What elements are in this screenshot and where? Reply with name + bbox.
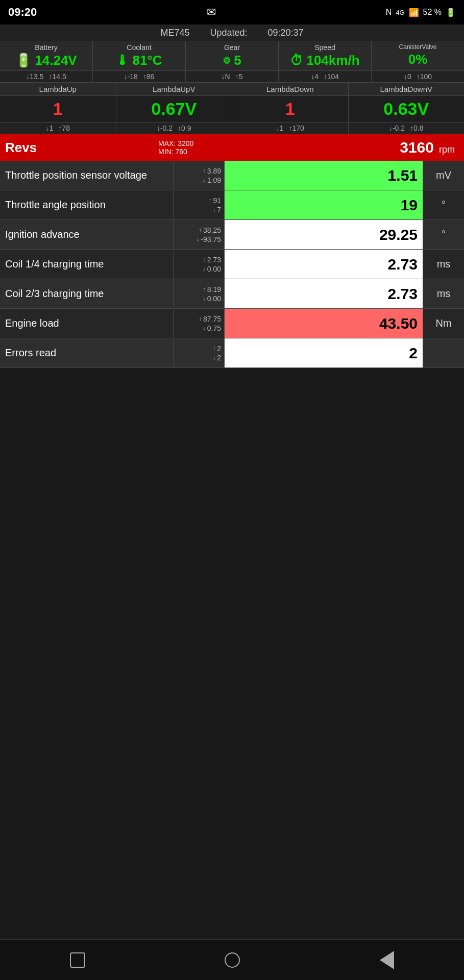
coolant-icon-gauge: 🌡	[116, 53, 129, 68]
lambda-downv-min: ↓-0.2	[389, 124, 405, 132]
gauge-coolant: Coolant 🌡 81°C	[93, 41, 186, 70]
lambda-down-min: ↓1	[276, 124, 284, 132]
nav-menu-button[interactable]	[372, 950, 402, 970]
data-param-value: 29.25	[225, 220, 423, 249]
data-param-min: ↓ 2	[212, 354, 221, 362]
down-arrow-icon: ↓	[212, 354, 215, 361]
up-arrow-icon: ↑	[203, 167, 206, 175]
data-param-unit: Nm	[423, 309, 464, 338]
nav-triangle-icon	[380, 951, 394, 969]
nfc-icon: N	[386, 8, 392, 17]
nav-home-button[interactable]	[217, 950, 248, 970]
revs-unit: rpm	[439, 144, 455, 156]
battery-icon: 🔋	[446, 8, 456, 17]
updated-label: Updated:	[210, 28, 247, 38]
data-param-unit: °	[423, 220, 464, 249]
down-arrow-icon: ↓	[196, 236, 199, 243]
up-arrow-icon: ↑	[208, 197, 211, 204]
gauge-row: Battery 🔋 14.24V Coolant 🌡 81°C Gear ⚙ 5…	[0, 41, 464, 71]
lambda-downv-value: 0.63V	[349, 96, 465, 122]
data-param-value: 19	[225, 190, 423, 219]
gear-icon-gauge: ⚙	[223, 55, 231, 66]
data-param-unit: °	[423, 190, 464, 219]
lambda-down-header: LambdaDown	[232, 83, 349, 95]
data-param-minmax: ↑ 3.89 ↓ 1.09	[174, 161, 225, 190]
gauge-battery-label: Battery	[35, 43, 57, 52]
header-info: ME745 Updated: 09:20:37	[0, 24, 464, 41]
battery-max: ↑14.5	[49, 72, 66, 81]
data-param-minmax: ↑ 38.25 ↓ -93.75	[174, 220, 225, 249]
signal-bars-icon: 📶	[409, 8, 419, 17]
data-param-min: ↓ 7	[212, 206, 221, 214]
data-param-minmax: ↑ 2.73 ↓ 0.00	[174, 250, 225, 279]
gauge-canister-value: 0%	[408, 52, 428, 67]
battery-icon-gauge: 🔋	[15, 53, 32, 68]
up-arrow-icon: ↑	[199, 315, 202, 323]
data-param-min: ↓ 1.09	[203, 176, 221, 184]
down-arrow-icon: ↓	[203, 177, 206, 184]
gauge-minmax-row: ↓13.5 ↑14.5 ↓-18 ↑86 ↓N ↑5 ↓4 ↑104 ↓0 ↑1…	[0, 71, 464, 83]
gauge-battery-value: 🔋 14.24V	[15, 53, 77, 68]
gauge-speed: Speed ⏱ 104km/h	[279, 41, 372, 70]
data-param-minmax: ↑ 87.75 ↓ 0.75	[174, 309, 225, 338]
speed-icon-gauge: ⏱	[290, 53, 303, 68]
data-param-name: Throttle angle position	[0, 190, 174, 219]
lambda-up-header: LambdaUp	[0, 83, 116, 95]
data-param-name: Coil 1/4 charging time	[0, 250, 174, 279]
revs-row: Revs MAX: 3200 MIN: 760 3160 rpm	[0, 134, 464, 161]
lambda-up-value: 1	[0, 96, 116, 122]
status-time: 09:20	[8, 6, 37, 19]
data-param-max: ↑ 2.73	[203, 256, 221, 264]
data-param-unit: mV	[423, 161, 464, 190]
signal-4g-icon: 4G	[396, 9, 404, 16]
lambda-minmax-row: ↓1 ↑78 ↓-0.2 ↑0.9 ↓1 ↑170 ↓-0.2 ↑0.8	[0, 122, 464, 134]
canister-min: ↓0	[404, 72, 411, 81]
gauge-gear: Gear ⚙ 5	[186, 41, 279, 70]
data-param-min: ↓ -93.75	[196, 235, 221, 243]
lambda-value-row: 1 0.67V 1 0.63V	[0, 96, 464, 122]
down-arrow-icon: ↓	[212, 206, 215, 213]
table-row: Throttle position sensor voltage ↑ 3.89 …	[0, 161, 464, 190]
data-param-value: 2.73	[225, 279, 423, 308]
device-name: ME745	[160, 28, 189, 38]
down-arrow-icon: ↓	[203, 265, 206, 273]
data-param-value: 2	[225, 338, 423, 368]
lambda-up-max: ↑78	[58, 124, 70, 132]
speed-minmax: ↓4 ↑104	[279, 71, 372, 82]
data-param-min: ↓ 0.00	[203, 265, 221, 273]
lambda-down-value: 1	[232, 96, 349, 122]
gauge-battery: Battery 🔋 14.24V	[0, 41, 93, 70]
lambda-upv-value: 0.67V	[116, 96, 233, 122]
data-param-minmax: ↑ 8.19 ↓ 0.00	[174, 279, 225, 308]
data-rows-container: Throttle position sensor voltage ↑ 3.89 …	[0, 161, 464, 368]
battery-percent: 52 %	[423, 8, 442, 17]
coolant-minmax: ↓-18 ↑86	[93, 71, 186, 82]
revs-label: Revs	[5, 140, 158, 156]
nav-back-button[interactable]	[62, 950, 93, 970]
lambda-upv-max: ↑0.9	[178, 124, 191, 132]
data-param-max: ↑ 91	[208, 197, 221, 205]
data-param-max: ↑ 87.75	[199, 315, 221, 323]
gauge-gear-value: ⚙ 5	[223, 53, 241, 68]
data-param-max: ↑ 38.25	[199, 226, 221, 234]
gauge-canister: CanisterValve 0%	[372, 41, 464, 70]
data-param-max: ↑ 8.19	[203, 285, 221, 293]
notification-icon: ✉	[207, 6, 216, 19]
data-param-min: ↓ 0.00	[203, 295, 221, 303]
lambda-header-row: LambdaUp LambdaUpV LambdaDown LambdaDown…	[0, 83, 464, 96]
revs-value: 3160	[400, 139, 436, 156]
lambda-down-max: ↑170	[288, 124, 304, 132]
data-param-max: ↑ 2	[212, 345, 221, 353]
data-param-value: 2.73	[225, 250, 423, 279]
down-arrow-icon: ↓	[203, 325, 206, 332]
updated-time: 09:20:37	[268, 28, 304, 38]
gauge-speed-label: Speed	[314, 43, 335, 52]
lambda-downv-minmax: ↓-0.2 ↑0.8	[349, 122, 465, 134]
lambda-downv-max: ↑0.8	[410, 124, 423, 132]
gear-minmax: ↓N ↑5	[186, 71, 279, 82]
lambda-up-min: ↓1	[46, 124, 54, 132]
status-icons: N 4G 📶 52 % 🔋	[386, 8, 456, 17]
lambda-upv-min: ↓-0.2	[157, 124, 173, 132]
coolant-min: ↓-18	[124, 72, 138, 81]
down-arrow-icon: ↓	[203, 295, 206, 302]
